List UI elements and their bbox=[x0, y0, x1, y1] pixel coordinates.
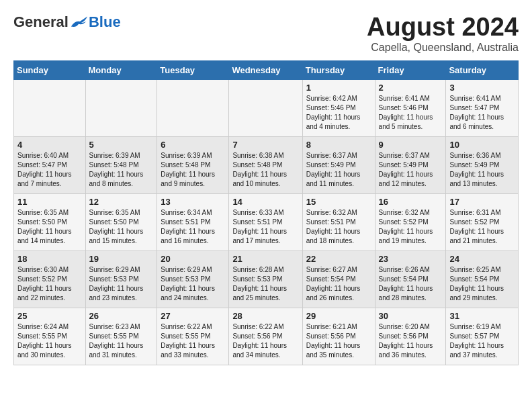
calendar-cell: 8Sunrise: 6:37 AM Sunset: 5:49 PM Daylig… bbox=[302, 136, 375, 193]
weekday-header-thursday: Thursday bbox=[302, 60, 375, 79]
calendar-week-row: 1Sunrise: 6:42 AM Sunset: 5:46 PM Daylig… bbox=[14, 79, 519, 136]
calendar-cell bbox=[14, 79, 86, 136]
weekday-header-row: SundayMondayTuesdayWednesdayThursdayFrid… bbox=[14, 60, 519, 79]
cell-info: Sunrise: 6:32 AM Sunset: 5:52 PM Dayligh… bbox=[379, 208, 443, 246]
cell-info: Sunrise: 6:23 AM Sunset: 5:55 PM Dayligh… bbox=[89, 322, 154, 360]
day-number: 20 bbox=[161, 254, 225, 264]
logo: General Blue bbox=[13, 13, 121, 31]
title-block: August 2024 Capella, Queensland, Austral… bbox=[367, 13, 519, 54]
weekday-header-sunday: Sunday bbox=[14, 60, 86, 79]
cell-info: Sunrise: 6:34 AM Sunset: 5:51 PM Dayligh… bbox=[161, 208, 225, 246]
calendar-table: SundayMondayTuesdayWednesdayThursdayFrid… bbox=[13, 60, 519, 365]
calendar-cell: 13Sunrise: 6:34 AM Sunset: 5:51 PM Dayli… bbox=[157, 193, 229, 250]
calendar-cell: 20Sunrise: 6:29 AM Sunset: 5:53 PM Dayli… bbox=[157, 250, 229, 308]
calendar-cell bbox=[229, 79, 302, 136]
day-number: 8 bbox=[306, 140, 371, 150]
calendar-cell: 3Sunrise: 6:41 AM Sunset: 5:47 PM Daylig… bbox=[446, 79, 519, 136]
cell-info: Sunrise: 6:25 AM Sunset: 5:54 PM Dayligh… bbox=[449, 265, 515, 303]
logo-bird-icon bbox=[70, 15, 89, 30]
cell-info: Sunrise: 6:35 AM Sunset: 5:50 PM Dayligh… bbox=[89, 208, 154, 246]
day-number: 28 bbox=[232, 311, 298, 321]
day-number: 10 bbox=[449, 140, 515, 150]
day-number: 25 bbox=[17, 311, 82, 321]
page-header: General Blue August 2024 Capella, Queens… bbox=[13, 13, 519, 54]
calendar-cell: 31Sunrise: 6:19 AM Sunset: 5:57 PM Dayli… bbox=[446, 308, 519, 365]
day-number: 4 bbox=[17, 140, 82, 150]
cell-info: Sunrise: 6:19 AM Sunset: 5:57 PM Dayligh… bbox=[449, 322, 515, 360]
calendar-week-row: 4Sunrise: 6:40 AM Sunset: 5:47 PM Daylig… bbox=[14, 136, 519, 193]
day-number: 6 bbox=[161, 140, 225, 150]
calendar-cell: 4Sunrise: 6:40 AM Sunset: 5:47 PM Daylig… bbox=[14, 136, 86, 193]
day-number: 19 bbox=[89, 254, 154, 264]
cell-info: Sunrise: 6:30 AM Sunset: 5:52 PM Dayligh… bbox=[17, 265, 82, 303]
day-number: 13 bbox=[161, 197, 225, 207]
calendar-cell: 30Sunrise: 6:20 AM Sunset: 5:56 PM Dayli… bbox=[375, 308, 446, 365]
cell-info: Sunrise: 6:31 AM Sunset: 5:52 PM Dayligh… bbox=[449, 208, 515, 246]
cell-info: Sunrise: 6:37 AM Sunset: 5:49 PM Dayligh… bbox=[379, 151, 443, 189]
calendar-cell: 22Sunrise: 6:27 AM Sunset: 5:54 PM Dayli… bbox=[302, 250, 375, 308]
calendar-cell: 5Sunrise: 6:39 AM Sunset: 5:48 PM Daylig… bbox=[85, 136, 157, 193]
day-number: 2 bbox=[379, 83, 443, 93]
cell-info: Sunrise: 6:29 AM Sunset: 5:53 PM Dayligh… bbox=[89, 265, 154, 303]
day-number: 29 bbox=[306, 311, 371, 321]
cell-info: Sunrise: 6:22 AM Sunset: 5:56 PM Dayligh… bbox=[232, 322, 298, 360]
day-number: 26 bbox=[89, 311, 154, 321]
calendar-cell: 27Sunrise: 6:22 AM Sunset: 5:55 PM Dayli… bbox=[157, 308, 229, 365]
calendar-cell: 21Sunrise: 6:28 AM Sunset: 5:53 PM Dayli… bbox=[229, 250, 302, 308]
calendar-cell: 18Sunrise: 6:30 AM Sunset: 5:52 PM Dayli… bbox=[14, 250, 86, 308]
day-number: 7 bbox=[232, 140, 298, 150]
calendar-cell: 10Sunrise: 6:36 AM Sunset: 5:49 PM Dayli… bbox=[446, 136, 519, 193]
cell-info: Sunrise: 6:20 AM Sunset: 5:56 PM Dayligh… bbox=[379, 322, 443, 360]
cell-info: Sunrise: 6:22 AM Sunset: 5:55 PM Dayligh… bbox=[161, 322, 225, 360]
cell-info: Sunrise: 6:39 AM Sunset: 5:48 PM Dayligh… bbox=[161, 151, 225, 189]
cell-info: Sunrise: 6:26 AM Sunset: 5:54 PM Dayligh… bbox=[379, 265, 443, 303]
cell-info: Sunrise: 6:36 AM Sunset: 5:49 PM Dayligh… bbox=[449, 151, 515, 189]
calendar-week-row: 25Sunrise: 6:24 AM Sunset: 5:55 PM Dayli… bbox=[14, 308, 519, 365]
day-number: 21 bbox=[232, 254, 298, 264]
cell-info: Sunrise: 6:42 AM Sunset: 5:46 PM Dayligh… bbox=[306, 94, 371, 132]
calendar-week-row: 11Sunrise: 6:35 AM Sunset: 5:50 PM Dayli… bbox=[14, 193, 519, 250]
calendar-cell bbox=[157, 79, 229, 136]
day-number: 12 bbox=[89, 197, 154, 207]
calendar-cell: 1Sunrise: 6:42 AM Sunset: 5:46 PM Daylig… bbox=[302, 79, 375, 136]
calendar-cell: 2Sunrise: 6:41 AM Sunset: 5:46 PM Daylig… bbox=[375, 79, 446, 136]
cell-info: Sunrise: 6:40 AM Sunset: 5:47 PM Dayligh… bbox=[17, 151, 82, 189]
day-number: 11 bbox=[17, 197, 82, 207]
weekday-header-monday: Monday bbox=[85, 60, 157, 79]
day-number: 1 bbox=[306, 83, 371, 93]
cell-info: Sunrise: 6:37 AM Sunset: 5:49 PM Dayligh… bbox=[306, 151, 371, 189]
cell-info: Sunrise: 6:32 AM Sunset: 5:51 PM Dayligh… bbox=[306, 208, 371, 246]
cell-info: Sunrise: 6:29 AM Sunset: 5:53 PM Dayligh… bbox=[161, 265, 225, 303]
calendar-cell: 24Sunrise: 6:25 AM Sunset: 5:54 PM Dayli… bbox=[446, 250, 519, 308]
cell-info: Sunrise: 6:41 AM Sunset: 5:47 PM Dayligh… bbox=[449, 94, 515, 132]
day-number: 24 bbox=[449, 254, 515, 264]
calendar-cell: 23Sunrise: 6:26 AM Sunset: 5:54 PM Dayli… bbox=[375, 250, 446, 308]
cell-info: Sunrise: 6:41 AM Sunset: 5:46 PM Dayligh… bbox=[379, 94, 443, 132]
cell-info: Sunrise: 6:39 AM Sunset: 5:48 PM Dayligh… bbox=[89, 151, 154, 189]
day-number: 14 bbox=[232, 197, 298, 207]
cell-info: Sunrise: 6:28 AM Sunset: 5:53 PM Dayligh… bbox=[232, 265, 298, 303]
calendar-cell: 7Sunrise: 6:38 AM Sunset: 5:48 PM Daylig… bbox=[229, 136, 302, 193]
calendar-cell: 11Sunrise: 6:35 AM Sunset: 5:50 PM Dayli… bbox=[14, 193, 86, 250]
cell-info: Sunrise: 6:33 AM Sunset: 5:51 PM Dayligh… bbox=[232, 208, 298, 246]
day-number: 5 bbox=[89, 140, 154, 150]
calendar-cell: 28Sunrise: 6:22 AM Sunset: 5:56 PM Dayli… bbox=[229, 308, 302, 365]
calendar-cell: 26Sunrise: 6:23 AM Sunset: 5:55 PM Dayli… bbox=[85, 308, 157, 365]
logo-blue-text: Blue bbox=[89, 13, 121, 31]
logo-general-text: General bbox=[13, 13, 69, 31]
calendar-cell: 6Sunrise: 6:39 AM Sunset: 5:48 PM Daylig… bbox=[157, 136, 229, 193]
weekday-header-saturday: Saturday bbox=[446, 60, 519, 79]
calendar-cell: 25Sunrise: 6:24 AM Sunset: 5:55 PM Dayli… bbox=[14, 308, 86, 365]
day-number: 22 bbox=[306, 254, 371, 264]
location-text: Capella, Queensland, Australia bbox=[367, 42, 519, 54]
calendar-cell: 15Sunrise: 6:32 AM Sunset: 5:51 PM Dayli… bbox=[302, 193, 375, 250]
day-number: 23 bbox=[379, 254, 443, 264]
cell-info: Sunrise: 6:27 AM Sunset: 5:54 PM Dayligh… bbox=[306, 265, 371, 303]
calendar-cell: 9Sunrise: 6:37 AM Sunset: 5:49 PM Daylig… bbox=[375, 136, 446, 193]
day-number: 15 bbox=[306, 197, 371, 207]
calendar-cell: 14Sunrise: 6:33 AM Sunset: 5:51 PM Dayli… bbox=[229, 193, 302, 250]
day-number: 17 bbox=[449, 197, 515, 207]
cell-info: Sunrise: 6:38 AM Sunset: 5:48 PM Dayligh… bbox=[232, 151, 298, 189]
weekday-header-wednesday: Wednesday bbox=[229, 60, 302, 79]
day-number: 3 bbox=[449, 83, 515, 93]
